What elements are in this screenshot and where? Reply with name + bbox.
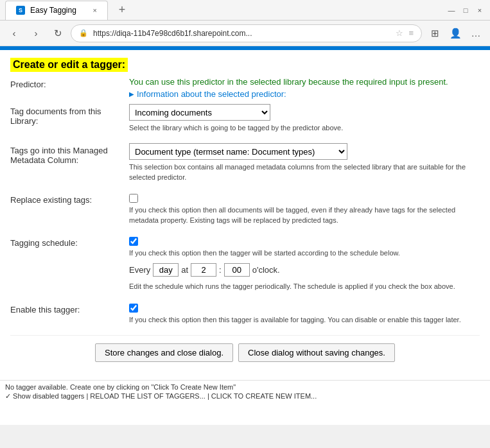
extensions-icon[interactable]: ⊞ [426,24,444,42]
cancel-button[interactable]: Close dialog without saving changes. [238,343,395,362]
tag-documents-label: Tag documents from this Library: [10,104,129,126]
tab-title: Easy Tagging [30,6,76,15]
schedule-time-row: Every day at 2 : 00 o'clock. [129,263,480,277]
tag-documents-control: Incoming documents Select the library wh… [129,104,480,133]
enable-tagger-checkbox[interactable] [129,304,138,313]
tagging-schedule-checkbox-row [129,236,480,246]
lock-icon: 🔒 [79,29,88,37]
page-heading: Create or edit a tagger: [10,58,128,72]
tags-go-control: Document type (termset name: Document ty… [129,143,480,182]
store-changes-button[interactable]: Store changes and close dialog. [95,343,233,362]
settings-icon[interactable]: … [467,24,485,42]
tagging-schedule-checkbox[interactable] [129,237,138,246]
predictor-link-text: Information about the selected predictor… [137,89,286,99]
toolbar-icons: ⊞ 👤 … [426,24,485,42]
close-window-button[interactable]: × [475,5,485,15]
tags-go-row: Tags go into this Managed Metadata Colum… [10,143,480,182]
new-tab-button[interactable]: + [113,1,131,19]
enable-tagger-control: If you check this option then this tagge… [129,302,480,325]
refresh-button[interactable]: ↻ [49,24,67,42]
tag-documents-hint: Select the library which is going to be … [129,123,480,133]
schedule-minute-box[interactable]: 00 [224,263,250,277]
status-line-1: No tagger available. Create one by click… [5,383,485,391]
forward-icon: › [35,28,38,39]
tagging-schedule-hint: If you check this option then the tagger… [129,248,480,258]
schedule-at-label: at [181,265,188,275]
tagging-schedule-control: If you check this option then the tagger… [129,236,480,292]
enable-tagger-row: Enable this tagger: If you check this op… [10,302,480,325]
footer-buttons: Store changes and close dialog. Close di… [10,335,480,370]
address-bar[interactable]: 🔒 https://diqa-11b47e98cd6b1f.sharepoint… [71,24,422,42]
tab-favicon: S [16,6,25,15]
tagging-schedule-label: Tagging schedule: [10,236,129,248]
status-line-2[interactable]: ✓ Show disabled taggers | RELOAD THE LIS… [5,392,485,401]
page-content: Create or edit a tagger: Predictor: You … [0,50,490,425]
enable-tagger-checkbox-row [129,302,480,313]
replace-tags-label: Replace existing tags: [10,193,129,205]
tags-go-hint: This selection box contains all managed … [129,162,480,182]
tags-go-label: Tags go into this Managed Metadata Colum… [10,143,129,165]
schedule-oclock-label: o'clock. [252,265,280,275]
schedule-edit-hint: Edit the schedule which runs the tagger … [129,282,480,291]
schedule-colon-label: : [219,265,222,275]
tag-documents-select[interactable]: Incoming documents [129,104,270,121]
reading-list-icon[interactable]: ≡ [408,28,414,38]
schedule-hour-box[interactable]: 2 [191,263,216,277]
maximize-button[interactable]: □ [460,5,471,15]
form-container: Tag documents from this Library: Incomin… [0,104,490,380]
predictor-info-link[interactable]: ▶ Information about the selected predict… [129,89,480,99]
address-text: https://diqa-11b47e98cd6b1f.sharepoint.c… [93,29,390,38]
tab-close-button[interactable]: × [93,6,97,14]
status-bar: No tagger available. Create one by click… [0,380,490,403]
schedule-day-box[interactable]: day [153,263,179,277]
schedule-every-label: Every [129,265,150,275]
minimize-button[interactable]: — [446,5,457,15]
browser-tab[interactable]: S Easy Tagging × [5,1,108,20]
back-icon: ‹ [13,28,16,39]
tag-documents-row: Tag documents from this Library: Incomin… [10,104,480,133]
tags-go-select[interactable]: Document type (termset name: Document ty… [129,143,347,160]
replace-tags-checkbox[interactable] [129,194,138,203]
forward-button[interactable]: › [27,24,45,42]
predictor-green-info: You can use this predictor in the select… [129,77,480,87]
predictor-info: You can use this predictor in the select… [129,77,480,99]
browser-titlebar: S Easy Tagging × + — □ × [0,0,490,21]
browser-toolbar: ‹ › ↻ 🔒 https://diqa-11b47e98cd6b1f.shar… [0,21,490,46]
predictor-row: Predictor: You can use this predictor in… [0,77,490,99]
star-icon[interactable]: ☆ [396,28,403,38]
enable-tagger-label: Enable this tagger: [10,302,129,314]
replace-tags-row: Replace existing tags: If you check this… [10,193,480,225]
replace-tags-hint: If you check this option then all docume… [129,205,480,225]
refresh-icon: ↻ [54,28,62,39]
tagging-schedule-row: Tagging schedule: If you check this opti… [10,236,480,292]
back-button[interactable]: ‹ [5,24,23,42]
triangle-icon: ▶ [129,90,134,98]
predictor-label: Predictor: [10,77,129,89]
enable-tagger-hint: If you check this option then this tagge… [129,315,480,325]
window-controls: — □ × [446,5,485,15]
replace-tags-control: If you check this option then all docume… [129,193,480,225]
replace-tags-checkbox-row [129,193,480,203]
profile-icon[interactable]: 👤 [446,24,464,42]
